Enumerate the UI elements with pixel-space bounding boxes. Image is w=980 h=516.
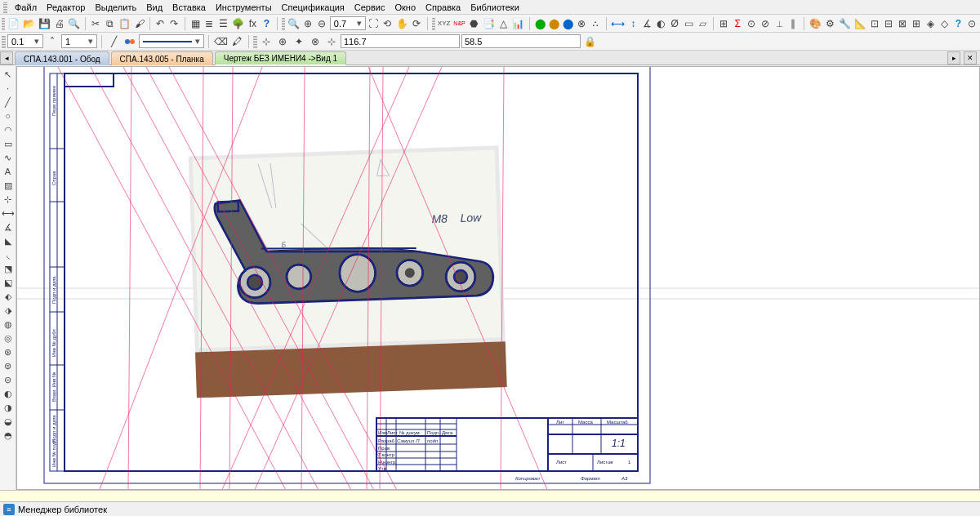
zoom-prev-icon[interactable]: ⟲ — [381, 16, 394, 31]
a3-icon[interactable]: ⬖ — [2, 290, 15, 303]
mtool4-icon[interactable]: ∥ — [787, 16, 800, 31]
menu-service[interactable]: Сервис — [350, 2, 390, 12]
coord-y-field[interactable] — [461, 34, 581, 48]
opt11-icon[interactable]: ⊙ — [966, 16, 978, 31]
vars-icon[interactable]: fx — [247, 16, 259, 31]
zoom-fit-icon[interactable]: ⛶ — [368, 16, 380, 31]
paste-icon[interactable]: 📋 — [118, 16, 131, 31]
opt6-icon[interactable]: ⊠ — [897, 16, 909, 31]
coord-x-field[interactable] — [341, 34, 460, 48]
dimn-icon[interactable]: ▭ — [683, 16, 695, 31]
dim-icon[interactable]: ⟷ — [611, 16, 626, 31]
zoom-combo[interactable]: 0.7 ▾ — [330, 16, 366, 30]
tool-b-icon[interactable]: ⬣ — [468, 16, 480, 31]
rect-icon[interactable]: ▭ — [2, 137, 15, 150]
copy-icon[interactable]: ⧉ — [104, 16, 116, 31]
dima-icon[interactable]: ∡ — [641, 16, 653, 31]
a1-icon[interactable]: ⬔ — [2, 262, 15, 275]
a10-icon[interactable]: ◐ — [2, 387, 15, 400]
tool-j-icon[interactable]: ⛬ — [590, 16, 602, 31]
props-icon[interactable]: ☰ — [217, 16, 229, 31]
tab-unnamed[interactable]: Чертеж БЕЗ ИМЕНИ4 ->Вид 1 — [215, 51, 346, 65]
layers-icon[interactable]: ≣ — [203, 16, 216, 31]
selarrow-icon[interactable]: ↖ — [2, 68, 15, 81]
align-icon[interactable]: ⊞ — [718, 16, 730, 31]
dimo-icon[interactable]: ▱ — [697, 16, 709, 31]
save-icon[interactable]: 💾 — [38, 16, 51, 31]
a4-icon[interactable]: ⬗ — [2, 304, 15, 317]
help-icon[interactable]: ? — [261, 16, 273, 31]
zoom-in-icon[interactable]: ⊕ — [302, 16, 314, 31]
drawing-canvas[interactable]: M8 Low Б — [16, 66, 980, 490]
opt4-icon[interactable]: ⊡ — [869, 16, 881, 31]
cut-icon[interactable]: ✂ — [90, 16, 102, 31]
hatch-icon[interactable]: ▨ — [2, 179, 15, 192]
menu-insert[interactable]: Вставка — [167, 2, 211, 12]
opt10-icon[interactable]: ? — [952, 16, 964, 31]
menu-tools[interactable]: Инструменты — [211, 2, 277, 12]
fillet-icon[interactable]: ◟ — [2, 248, 15, 261]
snap4-icon[interactable]: ⊗ — [308, 34, 323, 49]
cham-icon[interactable]: ◣ — [2, 234, 15, 247]
step-combo[interactable]: 0.1 ▾ — [7, 34, 43, 48]
linestyle-combo[interactable]: ▾ — [139, 34, 204, 48]
menu-file[interactable]: Файл — [10, 2, 42, 12]
snaplock-icon[interactable]: 🔒 — [582, 34, 597, 49]
stepup-icon[interactable]: ˄ — [45, 34, 60, 49]
a6-icon[interactable]: ◎ — [2, 331, 15, 345]
xy-icon[interactable]: ⊹ — [324, 34, 339, 49]
tab-nav-next[interactable]: ▸ — [947, 51, 960, 64]
a11-icon[interactable]: ◑ — [2, 401, 15, 414]
align2-icon[interactable]: Σ — [732, 16, 744, 31]
a2-icon[interactable]: ⬕ — [2, 276, 15, 289]
menu-help[interactable]: Справка — [421, 2, 466, 12]
redo-icon[interactable]: ↷ — [168, 16, 180, 31]
axis-icon[interactable]: ⊹ — [2, 193, 15, 206]
menu-view[interactable]: Вид — [141, 2, 167, 12]
zoom-window-icon[interactable]: 🔍 — [287, 16, 301, 31]
a13-icon[interactable]: ◓ — [2, 429, 15, 442]
tab-nav-prev[interactable]: ◂ — [0, 51, 13, 64]
stepqty-combo[interactable]: 1 ▾ — [61, 34, 97, 48]
tool-c-icon[interactable]: 📑 — [482, 16, 496, 31]
a12-icon[interactable]: ◒ — [2, 415, 15, 428]
eraser-icon[interactable]: ⌫ — [213, 34, 228, 49]
dimv-icon[interactable]: ↕ — [627, 16, 639, 31]
dim-ang-icon[interactable]: ∡ — [2, 220, 15, 234]
tab-planka[interactable]: СПА.143.005 - Планка — [111, 51, 213, 65]
snap3-icon[interactable]: ✦ — [292, 34, 306, 49]
xyz-icon[interactable]: XYZ — [437, 16, 452, 31]
library-icon[interactable]: ≡ — [3, 504, 15, 515]
menu-libs[interactable]: Библиотеки — [466, 2, 524, 12]
mtool1-icon[interactable]: ⊙ — [746, 16, 758, 31]
opt5-icon[interactable]: ⊟ — [883, 16, 895, 31]
line-icon[interactable]: ╱ — [106, 34, 121, 49]
menu-spec[interactable]: Спецификация — [277, 2, 350, 12]
highlighter-icon[interactable]: 🖍 — [229, 34, 244, 49]
seg-icon[interactable]: ╱ — [2, 96, 15, 109]
tab-obod[interactable]: СПА.143.001 - Обод — [15, 51, 109, 65]
menu-window[interactable]: Окно — [390, 2, 421, 12]
snap2-icon[interactable]: ⊕ — [275, 34, 290, 49]
brush-icon[interactable]: 🖌 — [133, 16, 145, 31]
undo-icon[interactable]: ↶ — [154, 16, 167, 31]
circle-icon[interactable]: ○ — [2, 109, 15, 122]
dimd-icon[interactable]: Ø — [669, 16, 681, 31]
mtool3-icon[interactable]: ⟂ — [773, 16, 786, 31]
a9-icon[interactable]: ⊝ — [2, 373, 15, 386]
menu-edit[interactable]: Редактор — [42, 2, 90, 12]
print-icon[interactable]: 🖨 — [53, 16, 65, 31]
dimr-icon[interactable]: ◐ — [655, 16, 667, 31]
opt2-icon[interactable]: 🔧 — [838, 16, 852, 31]
text-icon[interactable]: A — [2, 165, 15, 178]
refresh-icon[interactable]: ⟳ — [411, 16, 423, 31]
tool-i-icon[interactable]: ⊗ — [576, 16, 588, 31]
status-libmgr[interactable]: Менеджер библиотек — [18, 505, 107, 514]
opt3-icon[interactable]: 📐 — [853, 16, 867, 31]
opt9-icon[interactable]: ◇ — [938, 16, 951, 31]
opt1-icon[interactable]: ⚙ — [824, 16, 836, 31]
style-icon[interactable] — [122, 34, 137, 49]
tree-icon[interactable]: 🌳 — [231, 16, 245, 31]
menu-select[interactable]: Выделить — [90, 2, 141, 12]
tool-e-icon[interactable]: 📊 — [511, 16, 525, 31]
